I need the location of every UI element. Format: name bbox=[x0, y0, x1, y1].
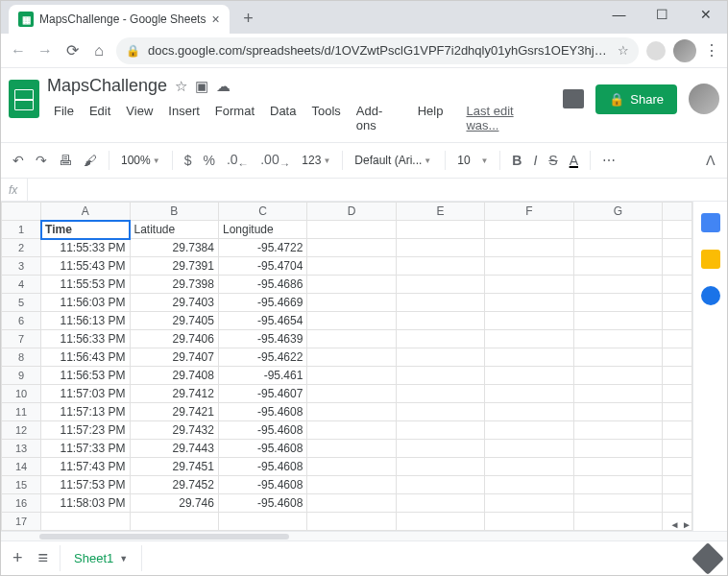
cell-B2[interactable]: 29.7384 bbox=[130, 239, 218, 257]
show-side-panel-button[interactable]: › bbox=[716, 550, 721, 567]
account-avatar[interactable] bbox=[689, 84, 719, 114]
cell-empty[interactable] bbox=[663, 312, 692, 330]
cell-empty[interactable] bbox=[307, 421, 396, 440]
calendar-sidepanel-icon[interactable] bbox=[701, 213, 720, 232]
cell-empty[interactable] bbox=[307, 513, 396, 531]
spreadsheet-grid[interactable]: ABCDEFG1TimeLatitudeLongitude211:55:33 P… bbox=[1, 202, 692, 531]
cell-empty[interactable] bbox=[573, 294, 662, 312]
cell-A7[interactable]: 11:56:33 PM bbox=[41, 330, 130, 348]
paint-format-button[interactable]: 🖌 bbox=[80, 149, 101, 172]
row-header-13[interactable]: 13 bbox=[2, 440, 41, 458]
cell-empty[interactable] bbox=[663, 403, 692, 421]
row-header-11[interactable]: 11 bbox=[2, 403, 41, 421]
undo-button[interactable]: ↶ bbox=[9, 149, 28, 172]
cell-C15[interactable]: -95.4608 bbox=[218, 476, 306, 494]
cell-B8[interactable]: 29.7407 bbox=[130, 348, 218, 367]
cell-C3[interactable]: -95.4704 bbox=[218, 257, 306, 276]
row-header-1[interactable]: 1 bbox=[2, 221, 41, 239]
print-button[interactable]: 🖶 bbox=[55, 149, 76, 172]
menu-data[interactable]: Data bbox=[263, 100, 303, 136]
cell-empty[interactable] bbox=[307, 458, 396, 476]
cell-empty[interactable] bbox=[663, 421, 692, 440]
cell-C6[interactable]: -95.4654 bbox=[218, 312, 306, 330]
cell-empty[interactable] bbox=[130, 513, 218, 531]
cell-empty[interactable] bbox=[573, 276, 662, 294]
cell-empty[interactable] bbox=[485, 494, 573, 513]
increase-decimal-button[interactable]: .00→ bbox=[256, 148, 294, 174]
cell-empty[interactable] bbox=[396, 312, 484, 330]
cell-empty[interactable] bbox=[307, 348, 396, 367]
cell-empty[interactable] bbox=[485, 421, 573, 440]
cell-empty[interactable] bbox=[41, 513, 130, 531]
column-header-D[interactable]: D bbox=[307, 203, 396, 221]
cell-empty[interactable] bbox=[573, 440, 662, 458]
cell-B10[interactable]: 29.7412 bbox=[130, 385, 218, 403]
cell-A2[interactable]: 11:55:33 PM bbox=[41, 239, 130, 257]
cell-empty[interactable] bbox=[307, 257, 396, 276]
cell-empty[interactable] bbox=[307, 367, 396, 385]
new-tab-button[interactable]: + bbox=[235, 5, 262, 32]
cell-empty[interactable] bbox=[573, 385, 662, 403]
cell-B6[interactable]: 29.7405 bbox=[130, 312, 218, 330]
back-button[interactable]: ← bbox=[9, 42, 28, 60]
cell-empty[interactable] bbox=[307, 239, 396, 257]
cell-empty[interactable] bbox=[573, 330, 662, 348]
home-button[interactable]: ⌂ bbox=[89, 42, 109, 60]
row-header-12[interactable]: 12 bbox=[2, 421, 41, 440]
cell-empty[interactable] bbox=[396, 257, 484, 276]
cell-empty[interactable] bbox=[663, 330, 692, 348]
cell-empty[interactable] bbox=[307, 221, 396, 239]
window-minimize-button[interactable]: — bbox=[597, 1, 641, 28]
select-all-cell[interactable] bbox=[2, 203, 41, 221]
row-header-3[interactable]: 3 bbox=[2, 257, 41, 276]
cell-empty[interactable] bbox=[663, 476, 692, 494]
cell-empty[interactable] bbox=[663, 257, 692, 276]
cell-empty[interactable] bbox=[573, 403, 662, 421]
cell-empty[interactable] bbox=[573, 239, 662, 257]
cell-empty[interactable] bbox=[485, 239, 573, 257]
cell-A5[interactable]: 11:56:03 PM bbox=[41, 294, 130, 312]
cell-C12[interactable]: -95.4608 bbox=[218, 421, 306, 440]
cell-empty[interactable] bbox=[396, 476, 484, 494]
cell-empty[interactable] bbox=[573, 494, 662, 513]
cell-empty[interactable] bbox=[307, 276, 396, 294]
browser-menu-icon[interactable]: ⋮ bbox=[704, 41, 719, 60]
row-header-5[interactable]: 5 bbox=[2, 294, 41, 312]
menu-format[interactable]: Format bbox=[208, 100, 261, 136]
cell-empty[interactable] bbox=[485, 440, 573, 458]
cell-A11[interactable]: 11:57:13 PM bbox=[41, 403, 130, 421]
cell-A13[interactable]: 11:57:33 PM bbox=[41, 440, 130, 458]
cell-B3[interactable]: 29.7391 bbox=[130, 257, 218, 276]
cell-C8[interactable]: -95.4622 bbox=[218, 348, 306, 367]
cell-empty[interactable] bbox=[396, 458, 484, 476]
cell-empty[interactable] bbox=[663, 348, 692, 367]
browser-tab[interactable]: ▦ MapsChallenge - Google Sheets × bbox=[9, 5, 230, 34]
cell-empty[interactable] bbox=[663, 494, 692, 513]
cell-C10[interactable]: -95.4607 bbox=[218, 385, 306, 403]
cell-C13[interactable]: -95.4608 bbox=[218, 440, 306, 458]
cell-C14[interactable]: -95.4608 bbox=[218, 458, 306, 476]
sheet-tab-menu-icon[interactable]: ▼ bbox=[119, 554, 128, 564]
menu-insert[interactable]: Insert bbox=[161, 100, 206, 136]
cell-B1[interactable]: Latitude bbox=[130, 221, 218, 239]
cell-empty[interactable] bbox=[396, 276, 484, 294]
more-formats-dropdown[interactable]: 123▼ bbox=[298, 152, 334, 169]
window-close-button[interactable]: ✕ bbox=[684, 1, 727, 28]
window-maximize-button[interactable]: ☐ bbox=[641, 1, 684, 28]
cell-C4[interactable]: -95.4686 bbox=[218, 276, 306, 294]
cell-empty[interactable] bbox=[307, 294, 396, 312]
forward-button[interactable]: → bbox=[36, 42, 55, 60]
cell-empty[interactable] bbox=[396, 494, 484, 513]
add-sheet-button[interactable]: + bbox=[9, 544, 27, 572]
column-header-end[interactable] bbox=[663, 203, 692, 221]
cell-B7[interactable]: 29.7406 bbox=[130, 330, 218, 348]
cloud-status-icon[interactable]: ☁ bbox=[216, 78, 231, 95]
column-header-A[interactable]: A bbox=[41, 203, 130, 221]
cell-C16[interactable]: -95.4608 bbox=[218, 494, 306, 513]
cell-empty[interactable] bbox=[573, 421, 662, 440]
more-toolbar-button[interactable]: ⋯ bbox=[598, 149, 619, 172]
row-header-14[interactable]: 14 bbox=[2, 458, 41, 476]
cell-C9[interactable]: -95.461 bbox=[218, 367, 306, 385]
cell-empty[interactable] bbox=[573, 458, 662, 476]
cell-B15[interactable]: 29.7452 bbox=[130, 476, 218, 494]
